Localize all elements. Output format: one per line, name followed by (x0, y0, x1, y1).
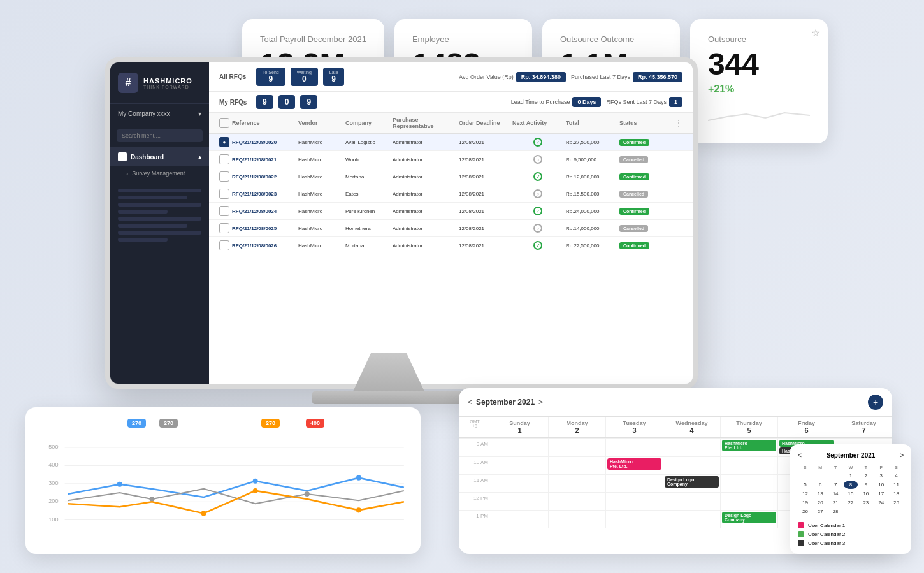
mini-cal-date-3[interactable]: 3 (874, 472, 888, 480)
sidebar-item-dashboard[interactable]: ▦ Dashboard ▴ (110, 147, 209, 166)
row-checkbox-4[interactable] (219, 189, 229, 199)
cal-cell-wed-1[interactable] (663, 510, 720, 528)
table-row[interactable]: RFQ/21/12/08/0021 HashMicro Woobi Admini… (209, 151, 693, 168)
cal-cell-mon-12[interactable] (548, 492, 605, 510)
cal-cell-wed-11[interactable]: Design LogoCompany (663, 474, 720, 492)
my-late-btn[interactable]: 9 (300, 95, 317, 109)
td-ref-2: RFQ/21/12/08/0021 (232, 157, 296, 163)
cal-cell-mon-9[interactable] (548, 438, 605, 456)
cal-cell-sun-12[interactable] (491, 492, 548, 510)
mini-cal-date-5[interactable]: 5 (798, 481, 812, 489)
mini-cal-prev[interactable]: < (798, 452, 802, 459)
mini-cal-date-19[interactable]: 19 (798, 498, 812, 507)
mini-cal-date-6[interactable]: 6 (813, 481, 828, 489)
my-to-send-btn[interactable]: 9 (256, 95, 273, 109)
cal-cell-thu-11[interactable] (720, 474, 777, 492)
to-send-btn[interactable]: To Send 9 (256, 68, 285, 86)
td-vendor-1: HashMicro (298, 140, 343, 145)
td-ref-6: RFQ/21/12/08/0025 (232, 226, 296, 231)
cal-cell-mon-11[interactable] (548, 474, 605, 492)
late-btn[interactable]: Late 9 (323, 68, 345, 86)
add-event-btn[interactable]: + (868, 395, 883, 410)
search-box[interactable]: Search menu... (117, 129, 203, 142)
mini-cal-date-11[interactable]: 11 (889, 481, 904, 489)
mini-cal-date-26[interactable]: 26 (798, 507, 812, 516)
cal-cell-thu-9[interactable]: HashMicroPte. Ltd. (720, 438, 777, 456)
waiting-btn[interactable]: Waiting 0 (291, 68, 318, 86)
mini-cal-date-15[interactable]: 15 (844, 490, 858, 498)
cal-cell-wed-9[interactable] (663, 438, 720, 456)
mini-cal-date-21[interactable]: 21 (828, 498, 843, 507)
mini-cal-next[interactable]: > (900, 452, 904, 459)
mini-cal-date-18[interactable]: 18 (889, 490, 904, 498)
mini-cal-date-20[interactable]: 20 (813, 498, 828, 507)
cal-event-design-logo-wed[interactable]: Design LogoCompany (665, 476, 719, 488)
table-row[interactable]: ● RFQ/21/12/08/0020 HashMicro Avail Logi… (209, 134, 693, 151)
cal-event-hashmicro-tue[interactable]: HashMicroPte. Ltd. (607, 458, 661, 470)
cal-cell-sun-11[interactable] (491, 474, 548, 492)
table-row[interactable]: RFQ/21/12/08/0025 HashMicro Homethera Ad… (209, 220, 693, 237)
mini-cal-date-13[interactable]: 13 (813, 490, 828, 498)
table-more-icon[interactable]: ⋮ (675, 119, 682, 127)
sidebar-sub-item-survey[interactable]: Survey Management (110, 166, 209, 180)
mini-cal-date-27[interactable]: 27 (813, 507, 828, 516)
mini-cal-date[interactable] (828, 472, 843, 480)
dashboard-label: Dashboard (131, 154, 164, 161)
mini-cal-date-4[interactable]: 4 (889, 472, 904, 480)
cal-cell-mon-10[interactable] (548, 456, 605, 474)
mini-cal-date-14[interactable]: 14 (828, 490, 843, 498)
mini-cal-date-25[interactable]: 25 (889, 498, 904, 507)
mini-cal-date-2[interactable]: 2 (858, 472, 873, 480)
cal-next-btn[interactable]: > (538, 398, 543, 407)
cal-cell-wed-10[interactable] (663, 456, 720, 474)
mini-cal-date-16[interactable]: 16 (858, 490, 873, 498)
mini-cal-dh-t1: T (828, 464, 843, 471)
table-row[interactable]: RFQ/21/12/08/0026 HashMicro Mortana Admi… (209, 237, 693, 254)
cal-cell-sun-1[interactable] (491, 510, 548, 528)
table-row[interactable]: RFQ/21/12/08/0024 HashMicro Pure Kirchen… (209, 203, 693, 220)
cal-cell-tue-12[interactable] (605, 492, 663, 510)
cal-cell-mon-1[interactable] (548, 510, 605, 528)
cal-event-design-logo-thu[interactable]: Design LogoCompany (722, 512, 776, 523)
td-activity-7: ✓ (512, 241, 563, 250)
table-row[interactable]: RFQ/21/12/08/0023 HashMicro Eates Admini… (209, 185, 693, 203)
mini-cal-date-7[interactable]: 7 (828, 481, 843, 489)
mini-cal-date-28[interactable]: 28 (828, 507, 843, 516)
td-rep-7: Administrator (393, 243, 456, 249)
cal-prev-btn[interactable]: < (468, 398, 472, 407)
company-selector[interactable]: My Company xxxx ▾ (110, 104, 209, 124)
cal-cell-thu-10[interactable] (720, 456, 777, 474)
mini-cal-date[interactable] (813, 472, 828, 480)
cal-cell-tue-11[interactable] (605, 474, 663, 492)
mini-cal-date-9[interactable]: 9 (858, 481, 873, 489)
table-row[interactable]: RFQ/21/12/08/0022 HashMicro Mortana Admi… (209, 168, 693, 185)
my-waiting-btn[interactable]: 0 (278, 95, 296, 109)
cal-event-hashmicro-thu[interactable]: HashMicroPte. Ltd. (722, 440, 776, 451)
mini-cal-date-24[interactable]: 24 (874, 498, 888, 507)
cal-cell-sun-10[interactable] (491, 456, 548, 474)
cal-cell-thu-1[interactable]: Design LogoCompany (720, 510, 777, 528)
cal-cell-wed-12[interactable] (663, 492, 720, 510)
mini-cal-date-12[interactable]: 12 (798, 490, 812, 498)
row-checkbox-5[interactable] (219, 206, 229, 216)
mini-cal-date-22[interactable]: 22 (844, 498, 858, 507)
select-all-checkbox[interactable] (219, 118, 229, 128)
cal-cell-sun-9[interactable] (491, 438, 548, 456)
cal-cell-thu-12[interactable] (720, 492, 777, 510)
mini-cal-date-8[interactable]: 8 (844, 481, 858, 489)
mini-cal-date-10[interactable]: 10 (874, 481, 888, 489)
my-late-val: 9 (307, 98, 311, 106)
row-checkbox-7[interactable] (219, 240, 229, 250)
mini-cal-date-17[interactable]: 17 (874, 490, 888, 498)
table-header: Reference Vendor Company Purchase Repres… (209, 113, 693, 134)
row-checkbox-3[interactable] (219, 171, 229, 182)
cal-cell-tue-9[interactable] (605, 438, 663, 456)
cal-cell-tue-10[interactable]: HashMicroPte. Ltd. (605, 456, 663, 474)
row-checkbox-1[interactable]: ● (219, 137, 229, 147)
cal-cell-tue-1[interactable] (605, 510, 663, 528)
mini-cal-date-1[interactable]: 1 (844, 472, 858, 480)
row-checkbox-6[interactable] (219, 223, 229, 233)
mini-cal-date-23[interactable]: 23 (858, 498, 873, 507)
row-checkbox-2[interactable] (219, 154, 229, 164)
mini-cal-date[interactable] (798, 472, 812, 480)
